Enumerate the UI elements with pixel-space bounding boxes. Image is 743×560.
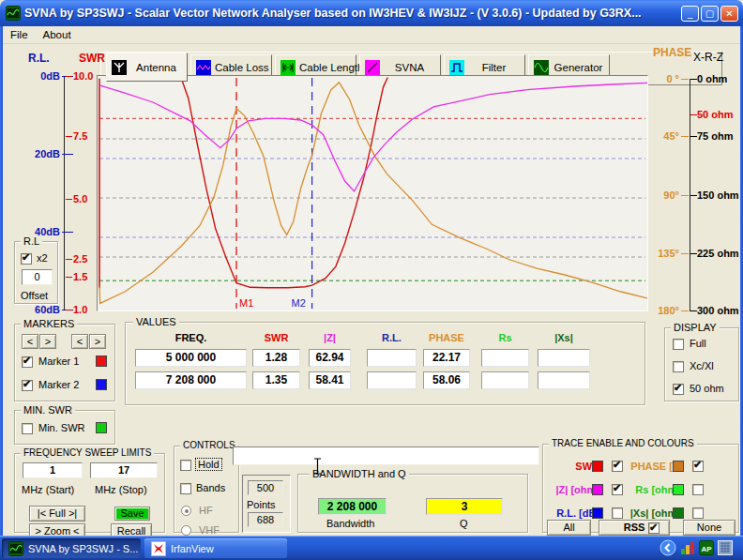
axis-tick [66, 277, 72, 278]
marker-2-swatch [96, 379, 107, 390]
display-xcxl-checkbox[interactable] [673, 361, 684, 372]
trace-rss-checkbox[interactable] [648, 522, 660, 534]
menu-item-about[interactable]: About [36, 27, 79, 42]
display-group: DISPLAY FullXc/Xl50 ohm [664, 327, 739, 401]
left-axis-db-label: 0dB [28, 70, 60, 82]
trace-|Z| [99, 83, 647, 191]
values-header-freq: FREQ. [135, 332, 247, 343]
right-axis-deg-label: 90° [653, 189, 679, 201]
vhf-radio[interactable] [181, 525, 191, 536]
taskbar-button-label: IrfanView [171, 543, 214, 554]
axis-tick [690, 310, 697, 311]
trace-group: TRACE ENABLE AND COLOURS SWRPHASE [°]|Z|… [542, 444, 739, 533]
tab-label: Generator [553, 62, 604, 73]
taskbar-button-irfanview[interactable]: IrfanView [144, 538, 287, 558]
ap-tray-icon[interactable]: AP [699, 540, 714, 555]
taskbar-button-label: SVNA by SP3SWJ - S... [28, 543, 138, 554]
axis-tick [690, 195, 697, 196]
taskbar-button-svna[interactable]: SVNA by SP3SWJ - S... [2, 538, 141, 558]
marker-spinner-prev[interactable]: < [22, 334, 38, 349]
menu-bar: FileAbout [3, 26, 740, 44]
network-tray-icon[interactable] [718, 540, 733, 555]
hold-checkbox[interactable] [180, 460, 191, 471]
trace-all-button[interactable]: All [547, 520, 591, 536]
min-swr-checkbox[interactable] [22, 423, 33, 434]
values-cell: 1.28 [252, 349, 300, 367]
tab-antenna[interactable]: Antenna [106, 53, 188, 82]
full-sweep-button[interactable]: |< Full >| [29, 506, 85, 522]
axis-tick [681, 253, 689, 254]
axis-tick [66, 199, 72, 200]
hf-radio[interactable] [181, 506, 191, 516]
trace-swatch [592, 507, 603, 519]
marker-spinner-prev[interactable]: < [71, 334, 88, 349]
sweep-group-title: FREQUENCY SWEEP LIMITS [21, 447, 154, 458]
trace-checkbox[interactable] [692, 461, 704, 472]
axis-tick [681, 195, 689, 196]
axis-tick [690, 253, 697, 254]
rl-offset-input[interactable]: 0 [22, 269, 53, 285]
irfan-icon [151, 541, 166, 556]
axis-tick [66, 310, 72, 310]
values-header-rl: R.L. [367, 332, 417, 343]
trace-checkbox[interactable] [612, 461, 623, 472]
trace-none-button[interactable]: None [683, 520, 735, 536]
bandwidth-label: Bandwidth [326, 518, 374, 529]
trace-rss-label: RSS [624, 522, 645, 533]
rl-offset-button[interactable]: Offset [21, 290, 48, 301]
menu-item-file[interactable]: File [3, 27, 36, 42]
display-full-checkbox[interactable] [673, 339, 684, 350]
left-axis-db-label: 60dB [28, 304, 60, 315]
rl-x2-checkbox[interactable] [21, 253, 32, 265]
sweep-stop-input[interactable]: 17 [90, 462, 158, 478]
values-header-rs: Rs [481, 332, 529, 343]
trace-swatch [673, 484, 684, 495]
svg-text:AP: AP [701, 545, 712, 553]
trace-checkbox[interactable] [612, 507, 623, 519]
command-input[interactable] [233, 446, 539, 465]
display-50ohm-checkbox[interactable] [673, 384, 684, 395]
axis-tick [62, 154, 73, 155]
cable-loss-icon [196, 60, 211, 75]
trace-checkbox[interactable] [692, 484, 704, 495]
window-title: SVNA by SP3SWJ - Scalar Vector Network A… [24, 7, 679, 20]
right-axis-deg-label: 45° [653, 130, 679, 142]
points-panel: 500 Points 688 [242, 475, 291, 533]
levels-tray-icon[interactable] [680, 540, 695, 555]
points-value2: 688 [248, 512, 283, 527]
minimize-button[interactable]: _ [681, 6, 699, 22]
axis-tick [62, 232, 73, 233]
close-button[interactable]: ✕ [720, 6, 738, 22]
q-value: 3 [426, 498, 503, 515]
window-border-left [0, 26, 3, 536]
screen: SVNA by SP3SWJ - Scalar Vector Network A… [0, 0, 743, 560]
marker-spinner-next[interactable]: > [39, 334, 56, 349]
bandwidth-group-title: BANDWIDTH and Q [310, 468, 409, 479]
sweep-start-input[interactable]: 1 [23, 462, 83, 478]
text-cursor-pointer [313, 458, 322, 475]
display-label: Full [690, 338, 706, 349]
points-label: Points [247, 499, 276, 510]
axis-tick [66, 136, 72, 137]
chart-plot-area[interactable]: M1M2 [97, 75, 648, 311]
values-cell [367, 371, 417, 389]
marker-spinner-next[interactable]: > [89, 334, 106, 349]
bands-checkbox[interactable] [180, 483, 191, 494]
bandwidth-value: 2 208 000 [318, 498, 387, 515]
values-header-phase: PHASE [423, 332, 470, 343]
right-axis-ohm-label: 300 ohm [697, 305, 740, 316]
trace-rss-button[interactable]: RSS [599, 520, 670, 536]
phase-axis-header: PHASE [653, 46, 691, 59]
marker-2-checkbox[interactable] [22, 380, 33, 391]
right-axis-deg-label: 135° [653, 248, 679, 259]
marker-2-label: Marker 2 [38, 379, 79, 390]
trace-checkbox[interactable] [612, 484, 623, 495]
axis-tick [690, 79, 697, 80]
marker-1-checkbox[interactable] [22, 356, 33, 368]
maximize-button[interactable]: ▢ [701, 6, 719, 22]
trace-checkbox[interactable] [692, 507, 704, 519]
tray-chevron-button[interactable] [660, 539, 676, 556]
save-button[interactable]: Save [114, 507, 150, 521]
axis-tick [66, 76, 72, 77]
filter-icon [449, 60, 464, 75]
